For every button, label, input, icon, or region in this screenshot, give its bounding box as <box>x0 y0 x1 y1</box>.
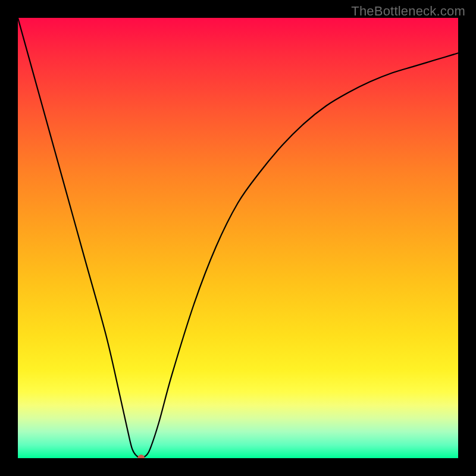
curve-svg <box>18 18 458 458</box>
optimal-point-marker <box>137 455 145 458</box>
bottleneck-curve <box>18 18 458 458</box>
chart-frame: TheBottleneck.com <box>0 0 476 476</box>
plot-area <box>18 18 458 458</box>
watermark-text: TheBottleneck.com <box>351 4 465 19</box>
